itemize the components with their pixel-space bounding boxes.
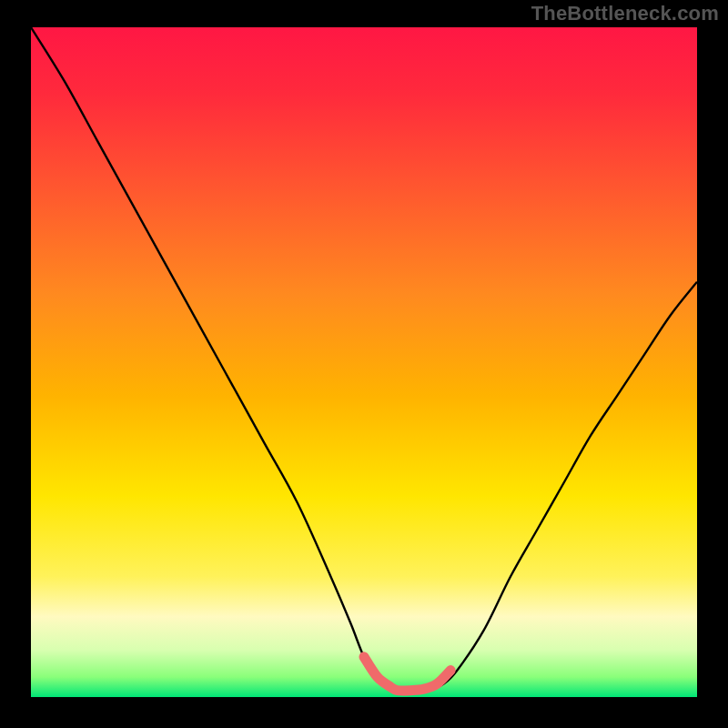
chart-frame: TheBottleneck.com [0,0,728,728]
plot-area [31,27,697,697]
watermark-text: TheBottleneck.com [531,2,719,25]
chart-svg [31,27,697,697]
gradient-background [31,27,697,697]
